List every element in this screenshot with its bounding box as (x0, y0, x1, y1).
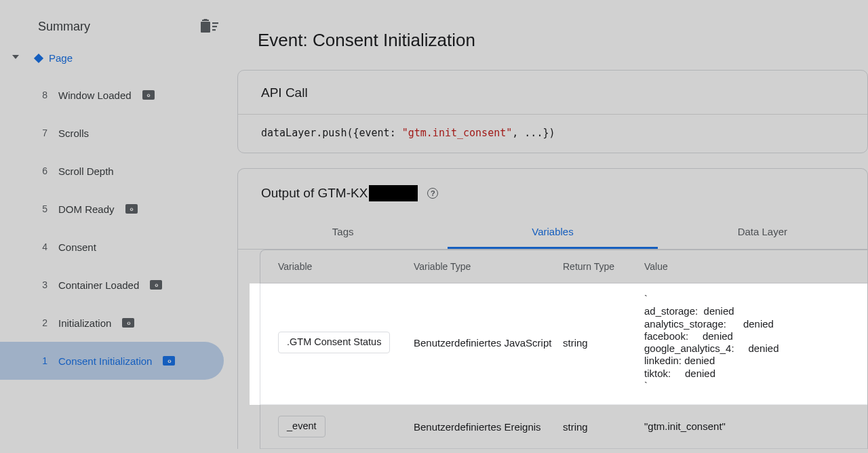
output-card: Output of GTM-KX ? TagsVariablesData Lay… (237, 168, 868, 449)
code-icon (142, 90, 155, 100)
variables-table-header: Variable Variable Type Return Type Value (260, 250, 867, 283)
sidebar-event-item[interactable]: 7Scrolls (0, 114, 224, 152)
sidebar-event-item[interactable]: 2Initialization (0, 304, 224, 342)
svg-rect-4 (212, 26, 217, 27)
sidebar-event-item[interactable]: 8Window Loaded (0, 76, 224, 114)
event-label: Consent Initialization (58, 355, 152, 367)
sidebar-event-item[interactable]: 6Scroll Depth (0, 152, 224, 190)
event-label: Scrolls (58, 127, 89, 139)
code-icon (122, 318, 134, 328)
svg-rect-0 (201, 22, 210, 33)
clear-all-icon[interactable] (201, 19, 218, 35)
variable-name-chip[interactable]: _event (278, 416, 326, 437)
event-index: 8 (38, 90, 47, 100)
variable-name-chip[interactable]: .GTM Consent Status (278, 332, 390, 353)
output-tabs: TagsVariablesData Layer (238, 216, 867, 250)
code-icon (150, 280, 162, 290)
help-icon[interactable]: ? (427, 188, 438, 199)
variable-type: Benutzerdefiniertes Ereignis (414, 421, 563, 433)
output-heading: Output of GTM-KX ? (238, 169, 867, 204)
event-label: Scroll Depth (58, 165, 114, 177)
variable-value: ` ad_storage: denied analytics_storage: … (644, 293, 865, 392)
sidebar-event-item[interactable]: 4Consent (0, 228, 224, 266)
api-call-heading: API Call (238, 71, 867, 115)
event-index: 3 (38, 279, 47, 290)
sidebar: Summary Page 8Window Loaded7Scrolls6Scro… (0, 0, 237, 453)
sidebar-event-item[interactable]: 3Container Loaded (0, 266, 224, 304)
chevron-down-icon (12, 55, 19, 62)
event-heading: Event: Consent Initialization (258, 30, 868, 51)
variable-type: Benutzerdefiniertes JavaScript (414, 337, 563, 349)
svg-rect-3 (212, 22, 218, 24)
api-call-card: API Call dataLayer.push({event: "gtm.ini… (237, 70, 868, 153)
variables-table: Variable Variable Type Return Type Value… (260, 250, 867, 449)
page-root-label: Page (49, 52, 73, 64)
svg-rect-5 (212, 29, 216, 31)
event-index: 2 (38, 317, 47, 328)
return-type: string (563, 337, 644, 349)
main-panel: Event: Consent Initialization API Call d… (237, 0, 868, 453)
event-label: Container Loaded (58, 279, 139, 291)
event-label: Initialization (58, 317, 111, 329)
variable-value: gtm.init_consent (644, 420, 865, 433)
redacted-container-id (369, 185, 418, 201)
event-index: 5 (38, 203, 47, 214)
event-label: Consent (58, 241, 96, 253)
sidebar-event-item[interactable]: 5DOM Ready (0, 190, 224, 228)
api-call-code: dataLayer.push({event: "gtm.init_consent… (238, 115, 867, 153)
tab-variables[interactable]: Variables (448, 216, 657, 249)
sidebar-tree-root[interactable]: Page (0, 50, 237, 66)
tab-tags[interactable]: Tags (238, 216, 448, 249)
svg-rect-2 (204, 19, 208, 20)
code-icon (163, 356, 175, 366)
tab-data-layer[interactable]: Data Layer (658, 216, 867, 249)
sidebar-title: Summary (38, 20, 90, 34)
sidebar-event-item[interactable]: 1Consent Initialization (0, 342, 224, 380)
return-type: string (563, 421, 644, 433)
event-label: Window Loaded (58, 90, 132, 101)
event-index: 7 (38, 127, 47, 138)
event-index: 4 (38, 241, 47, 252)
table-row: .GTM Consent StatusBenutzerdefiniertes J… (260, 283, 867, 405)
table-row: _eventBenutzerdefiniertes Ereignisstring… (260, 405, 867, 449)
event-index: 6 (38, 165, 47, 176)
code-icon (125, 204, 138, 214)
event-index: 1 (38, 355, 47, 366)
event-label: DOM Ready (58, 203, 115, 215)
page-diamond-icon (34, 53, 43, 62)
